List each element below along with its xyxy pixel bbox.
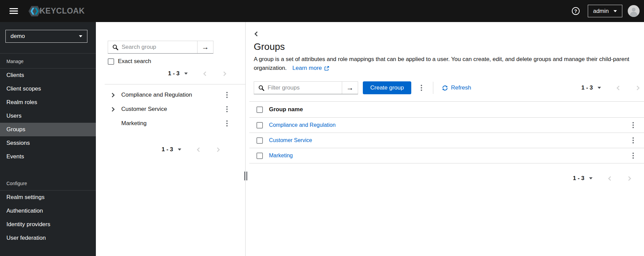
pagination-menu-toggle[interactable]: 1 - 3	[168, 70, 188, 77]
kebab-menu-button[interactable]	[224, 119, 230, 128]
sidebar: demo Manage Clients Client scopes Realm …	[0, 22, 96, 256]
sidebar-item-realm-settings[interactable]: Realm settings	[0, 191, 96, 204]
angle-left-icon	[607, 176, 612, 181]
column-header-group-name: Group name	[269, 106, 303, 113]
select-all-checkbox[interactable]	[256, 106, 263, 113]
pagination-range: 1 - 3	[168, 70, 180, 77]
kebab-menu-button[interactable]	[224, 90, 230, 100]
sidebar-item-clients[interactable]: Clients	[0, 68, 96, 82]
sidebar-item-identity-providers[interactable]: Identity providers	[0, 218, 96, 231]
kebab-icon	[421, 85, 422, 86]
caret-down-icon	[79, 35, 82, 37]
pagination-prev-button[interactable]	[203, 71, 207, 76]
pagination-prev-button[interactable]	[616, 85, 621, 91]
exact-search-checkbox[interactable]	[108, 58, 114, 65]
tree-item-label[interactable]: Marketing	[121, 120, 224, 127]
angle-left-icon	[254, 31, 258, 37]
sidebar-item-users[interactable]: Users	[0, 109, 96, 123]
row-checkbox[interactable]	[256, 122, 263, 129]
realm-selector[interactable]: demo	[5, 30, 87, 43]
pagination-range: 1 - 3	[573, 175, 584, 182]
row-kebab-menu-button[interactable]	[630, 151, 636, 160]
user-menu-dropdown[interactable]: admin	[588, 5, 622, 17]
expand-toggle-button[interactable]	[111, 93, 116, 98]
groups-table: Group name Compliance and Regulation Cus…	[249, 101, 644, 163]
caret-down-icon	[598, 87, 601, 89]
nav-toggle-button[interactable]	[7, 5, 20, 17]
row-kebab-menu-button[interactable]	[630, 136, 636, 145]
kebab-menu-button[interactable]	[224, 104, 230, 114]
collapse-panel-button[interactable]	[254, 31, 258, 37]
sidebar-item-user-federation[interactable]: User federation	[0, 231, 96, 245]
row-kebab-menu-button[interactable]	[630, 120, 636, 130]
realm-selector-label: demo	[11, 33, 25, 40]
table-pagination-top: 1 - 3	[581, 84, 640, 91]
angle-left-icon	[196, 147, 201, 152]
exact-search-option: Exact search	[108, 58, 245, 65]
caret-down-icon	[184, 73, 188, 75]
masthead-actions: ? admin	[572, 5, 640, 17]
table-header-row: Group name	[249, 102, 644, 118]
learn-more-link[interactable]: Learn more	[292, 64, 329, 73]
pagination-next-button[interactable]	[636, 85, 640, 91]
table-row: Customer Service	[249, 133, 644, 148]
refresh-button[interactable]: Refresh	[442, 84, 471, 91]
filter-groups-submit-button[interactable]: →	[342, 82, 358, 94]
expand-toggle-button[interactable]	[111, 107, 116, 112]
create-group-button[interactable]: Create group	[363, 81, 411, 94]
sidebar-section-configure: Configure Realm settings Authentication …	[0, 176, 96, 245]
group-tree: Compliance and Regulation Customer Servi…	[96, 88, 245, 131]
group-search-input[interactable]	[118, 41, 197, 53]
caret-down-icon	[614, 10, 617, 12]
avatar[interactable]	[628, 5, 640, 17]
tree-pagination-bottom: 1 - 3	[96, 146, 245, 153]
row-checkbox[interactable]	[256, 153, 263, 159]
angle-right-icon	[216, 147, 221, 152]
sidebar-item-client-scopes[interactable]: Client scopes	[0, 82, 96, 96]
tree-item-label[interactable]: Compliance and Regulation	[121, 92, 224, 98]
pagination-next-button[interactable]	[222, 71, 227, 76]
panel-splitter[interactable]	[245, 22, 246, 256]
group-name-link[interactable]: Compliance and Regulation	[269, 122, 630, 128]
page-description: A group is a set of attributes and role …	[254, 55, 639, 73]
sidebar-item-events[interactable]: Events	[0, 150, 96, 163]
help-button[interactable]: ?	[572, 7, 580, 15]
pagination-range: 1 - 3	[581, 84, 593, 91]
toolbar-divider	[433, 82, 433, 94]
keycloak-logo-icon	[28, 5, 41, 17]
table-row: Compliance and Regulation	[249, 118, 644, 133]
tree-divider	[105, 84, 245, 84]
kebab-icon	[632, 137, 634, 139]
group-name-link[interactable]: Customer Service	[269, 137, 630, 143]
sidebar-item-groups[interactable]: Groups	[0, 123, 96, 136]
kebab-icon	[226, 120, 228, 122]
filter-groups-input[interactable]	[264, 82, 342, 94]
group-search-submit-button[interactable]: →	[197, 41, 213, 53]
kebab-icon	[632, 122, 634, 123]
page-header: Groups A group is a set of attributes an…	[249, 37, 644, 73]
pagination-prev-button[interactable]	[196, 147, 201, 152]
pagination-next-button[interactable]	[216, 147, 221, 152]
pagination-prev-button[interactable]	[607, 176, 612, 181]
pagination-range: 1 - 3	[162, 146, 173, 153]
kebab-icon	[226, 92, 228, 93]
hamburger-icon	[9, 8, 18, 14]
sidebar-section-manage: Manage Clients Client scopes Realm roles…	[0, 54, 96, 163]
tree-item: Marketing	[96, 116, 245, 131]
toolbar-kebab-menu-button[interactable]	[419, 83, 424, 93]
search-icon	[254, 82, 264, 94]
sidebar-item-sessions[interactable]: Sessions	[0, 136, 96, 150]
refresh-icon	[442, 85, 448, 91]
pagination-menu-toggle[interactable]: 1 - 3	[581, 84, 601, 91]
group-name-link[interactable]: Marketing	[269, 153, 630, 159]
splitter-drag-handle[interactable]	[244, 172, 247, 180]
pagination-menu-toggle[interactable]: 1 - 3	[573, 175, 593, 182]
group-tree-panel: → Exact search 1 - 3 Compliance a	[96, 22, 245, 256]
angle-right-icon	[111, 107, 115, 112]
pagination-next-button[interactable]	[627, 176, 632, 181]
pagination-menu-toggle[interactable]: 1 - 3	[162, 146, 181, 153]
sidebar-item-realm-roles[interactable]: Realm roles	[0, 96, 96, 109]
row-checkbox[interactable]	[256, 137, 263, 144]
sidebar-item-authentication[interactable]: Authentication	[0, 204, 96, 218]
tree-item-label[interactable]: Customer Service	[121, 106, 224, 113]
